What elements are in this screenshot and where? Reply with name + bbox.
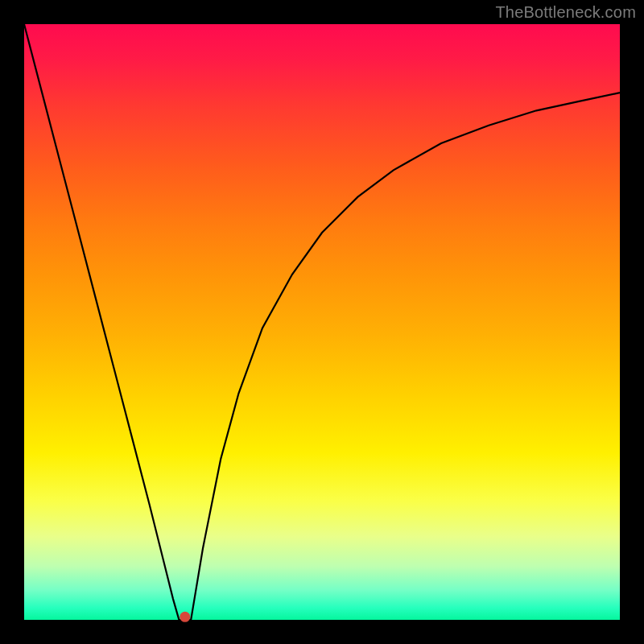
bottleneck-curve bbox=[24, 24, 620, 620]
chart-frame: TheBottleneck.com bbox=[0, 0, 644, 644]
optimum-marker bbox=[180, 612, 190, 622]
watermark-text: TheBottleneck.com bbox=[495, 3, 636, 22]
curve-path bbox=[24, 24, 620, 620]
gradient-plot-area bbox=[24, 24, 620, 620]
